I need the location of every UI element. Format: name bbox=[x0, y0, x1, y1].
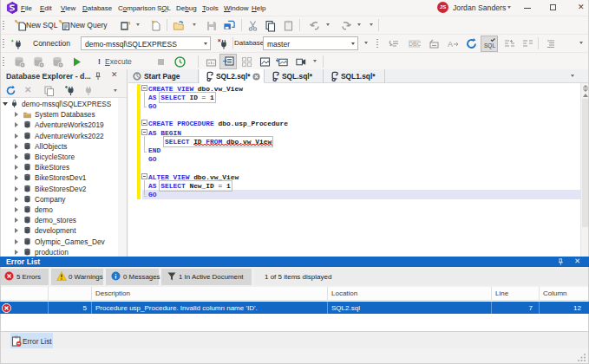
svg-text:SQL: SQL bbox=[484, 42, 495, 49]
svg-text:DBO: DBO bbox=[409, 41, 421, 47]
svg-text:A: A bbox=[448, 40, 453, 49]
